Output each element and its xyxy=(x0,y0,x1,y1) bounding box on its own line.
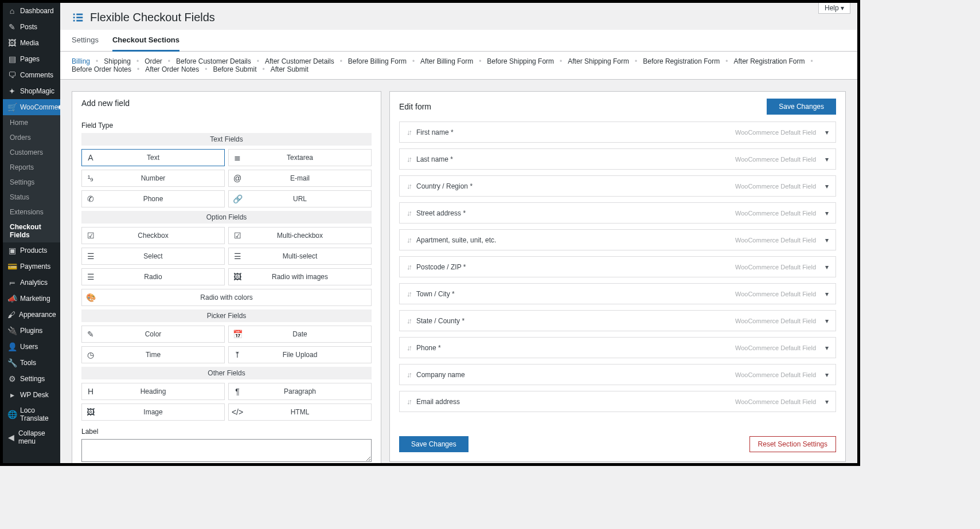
chevron-down-icon[interactable]: ▾ xyxy=(825,371,829,379)
field-type-image[interactable]: 🖼Image xyxy=(81,403,225,421)
form-field-row[interactable]: ↓↑Postcode / ZIP *WooCommerce Default Fi… xyxy=(399,256,836,277)
drag-handle-icon[interactable]: ↓↑ xyxy=(407,262,411,271)
field-type-time[interactable]: ◷Time xyxy=(81,346,225,363)
sidebar-item-plugins[interactable]: 🔌Plugins xyxy=(3,323,60,339)
form-field-row[interactable]: ↓↑Company nameWooCommerce Default Field▾ xyxy=(399,364,836,385)
sidebar-item-tools[interactable]: 🔧Tools xyxy=(3,355,60,371)
section-tab-after-shipping-form[interactable]: After Shipping Form xyxy=(568,57,629,65)
sidebar-item-wp-desk[interactable]: ▸WP Desk xyxy=(3,387,60,403)
field-type-url[interactable]: 🔗URL xyxy=(228,190,372,207)
section-tab-before-billing-form[interactable]: Before Billing Form xyxy=(348,57,407,65)
section-tab-shipping[interactable]: Shipping xyxy=(104,57,131,65)
field-type-select[interactable]: ☰Select xyxy=(81,248,225,265)
field-type-text[interactable]: AText xyxy=(81,149,225,166)
section-tab-after-registration-form[interactable]: After Registration Form xyxy=(733,57,805,65)
sidebar-item-shopmagic[interactable]: ✦ShopMagic xyxy=(3,83,60,99)
save-changes-top-button[interactable]: Save Changes xyxy=(767,99,836,115)
sidebar-item-posts[interactable]: ✎Posts xyxy=(3,19,60,35)
drag-handle-icon[interactable]: ↓↑ xyxy=(407,128,411,136)
chevron-down-icon[interactable]: ▾ xyxy=(825,398,829,406)
section-tab-after-billing-form[interactable]: After Billing Form xyxy=(420,57,473,65)
section-tab-billing[interactable]: Billing xyxy=(72,57,90,65)
field-type-number[interactable]: ¹₉Number xyxy=(81,170,225,187)
form-field-row[interactable]: ↓↑Phone *WooCommerce Default Field▾ xyxy=(399,337,836,358)
sidebar-subitem-extensions[interactable]: Extensions xyxy=(3,205,60,220)
field-type-e-mail[interactable]: @E-mail xyxy=(228,170,372,187)
sidebar-item-pages[interactable]: ▤Pages xyxy=(3,51,60,67)
chevron-down-icon[interactable]: ▾ xyxy=(825,290,829,298)
section-tab-before-customer-details[interactable]: Before Customer Details xyxy=(176,57,251,65)
chevron-down-icon[interactable]: ▾ xyxy=(825,317,829,325)
field-type-textarea[interactable]: ≣Textarea xyxy=(228,149,372,166)
sidebar-subitem-orders[interactable]: Orders xyxy=(3,130,60,145)
chevron-down-icon[interactable]: ▾ xyxy=(825,182,829,190)
sidebar-item-products[interactable]: ▣Products xyxy=(3,242,60,258)
field-type-multi-select[interactable]: ☰Multi-select xyxy=(228,248,372,265)
sidebar-item-collapse-menu[interactable]: ◀Collapse menu xyxy=(3,426,60,449)
sidebar-item-woocommerce[interactable]: 🛒WooCommerce xyxy=(3,99,60,115)
chevron-down-icon[interactable]: ▾ xyxy=(825,344,829,352)
field-type-radio[interactable]: ☰Radio xyxy=(81,268,225,285)
drag-handle-icon[interactable]: ↓↑ xyxy=(407,397,411,406)
tab-settings[interactable]: Settings xyxy=(72,30,99,51)
field-type-file-upload[interactable]: ⤒File Upload xyxy=(228,346,372,363)
field-type-radio-with-images[interactable]: 🖼Radio with images xyxy=(228,268,372,285)
section-tab-order[interactable]: Order xyxy=(145,57,162,65)
form-field-row[interactable]: ↓↑Street address *WooCommerce Default Fi… xyxy=(399,202,836,224)
tab-checkout-sections[interactable]: Checkout Sections xyxy=(112,30,179,52)
form-field-row[interactable]: ↓↑First name *WooCommerce Default Field▾ xyxy=(399,122,836,143)
chevron-down-icon[interactable]: ▾ xyxy=(825,209,829,217)
sidebar-item-marketing[interactable]: 📣Marketing xyxy=(3,291,60,307)
field-type-radio-with-colors[interactable]: 🎨Radio with colors xyxy=(81,289,372,306)
form-field-row[interactable]: ↓↑State / County *WooCommerce Default Fi… xyxy=(399,310,836,331)
section-tab-after-submit[interactable]: After Submit xyxy=(271,65,309,73)
field-type-multi-checkbox[interactable]: ☑Multi-checkbox xyxy=(228,227,372,244)
form-field-row[interactable]: ↓↑Email addressWooCommerce Default Field… xyxy=(399,391,836,412)
form-field-row[interactable]: ↓↑Town / City *WooCommerce Default Field… xyxy=(399,283,836,304)
sidebar-item-payments[interactable]: 💳Payments xyxy=(3,258,60,275)
sidebar-subitem-settings[interactable]: Settings xyxy=(3,175,60,190)
form-field-row[interactable]: ↓↑Last name *WooCommerce Default Field▾ xyxy=(399,148,836,170)
section-tab-after-customer-details[interactable]: After Customer Details xyxy=(265,57,334,65)
section-tab-before-shipping-form[interactable]: Before Shipping Form xyxy=(487,57,554,65)
label-input[interactable] xyxy=(81,439,372,462)
chevron-down-icon[interactable]: ▾ xyxy=(825,128,829,136)
sidebar-subitem-home[interactable]: Home xyxy=(3,115,60,130)
field-type-color[interactable]: ✎Color xyxy=(81,326,225,343)
drag-handle-icon[interactable]: ↓↑ xyxy=(407,370,411,379)
field-type-html[interactable]: </>HTML xyxy=(228,403,372,421)
section-tab-before-registration-form[interactable]: Before Registration Form xyxy=(643,57,720,65)
drag-handle-icon[interactable]: ↓↑ xyxy=(407,182,411,190)
sidebar-subitem-reports[interactable]: Reports xyxy=(3,160,60,175)
field-type-date[interactable]: 📅Date xyxy=(228,326,372,343)
field-type-checkbox[interactable]: ☑Checkbox xyxy=(81,227,225,244)
sidebar-item-settings[interactable]: ⚙Settings xyxy=(3,371,60,387)
drag-handle-icon[interactable]: ↓↑ xyxy=(407,209,411,217)
chevron-down-icon[interactable]: ▾ xyxy=(825,263,829,271)
drag-handle-icon[interactable]: ↓↑ xyxy=(407,289,411,298)
help-tab[interactable]: Help ▾ xyxy=(818,3,850,14)
sidebar-item-comments[interactable]: 🗨Comments xyxy=(3,67,60,83)
form-field-row[interactable]: ↓↑Country / Region *WooCommerce Default … xyxy=(399,175,836,197)
chevron-down-icon[interactable]: ▾ xyxy=(825,155,829,163)
sidebar-subitem-status[interactable]: Status xyxy=(3,190,60,205)
form-field-row[interactable]: ↓↑Apartment, suite, unit, etc.WooCommerc… xyxy=(399,229,836,250)
sidebar-item-media[interactable]: 🖾Media xyxy=(3,35,60,51)
section-tab-before-order-notes[interactable]: Before Order Notes xyxy=(72,65,131,73)
reset-section-button[interactable]: Reset Section Settings xyxy=(749,436,836,452)
drag-handle-icon[interactable]: ↓↑ xyxy=(407,155,411,163)
section-tab-after-order-notes[interactable]: After Order Notes xyxy=(145,65,199,73)
sidebar-subitem-customers[interactable]: Customers xyxy=(3,145,60,160)
sidebar-item-appearance[interactable]: 🖌Appearance xyxy=(3,307,60,323)
field-type-heading[interactable]: HHeading xyxy=(81,383,225,400)
drag-handle-icon[interactable]: ↓↑ xyxy=(407,236,411,244)
sidebar-item-loco-translate[interactable]: 🌐Loco Translate xyxy=(3,403,60,426)
drag-handle-icon[interactable]: ↓↑ xyxy=(407,343,411,352)
sidebar-item-users[interactable]: 👤Users xyxy=(3,339,60,355)
field-type-phone[interactable]: ✆Phone xyxy=(81,190,225,207)
chevron-down-icon[interactable]: ▾ xyxy=(825,236,829,244)
sidebar-subitem-checkout-fields[interactable]: Checkout Fields xyxy=(3,220,60,242)
sidebar-item-dashboard[interactable]: ⌂Dashboard xyxy=(3,3,60,19)
drag-handle-icon[interactable]: ↓↑ xyxy=(407,316,411,325)
section-tab-before-submit[interactable]: Before Submit xyxy=(213,65,256,73)
